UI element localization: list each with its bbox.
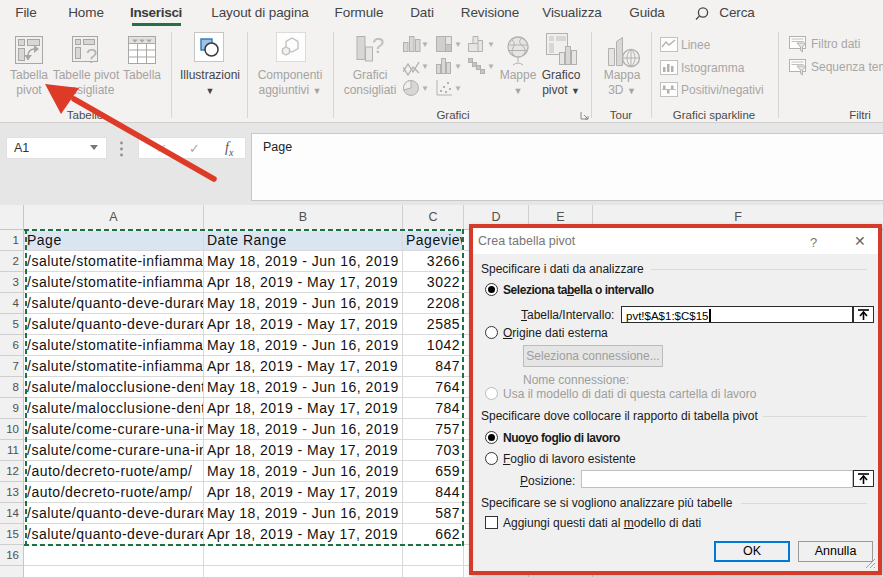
svg-text:?: ?	[372, 36, 384, 58]
svg-text:?: ?	[86, 45, 97, 64]
